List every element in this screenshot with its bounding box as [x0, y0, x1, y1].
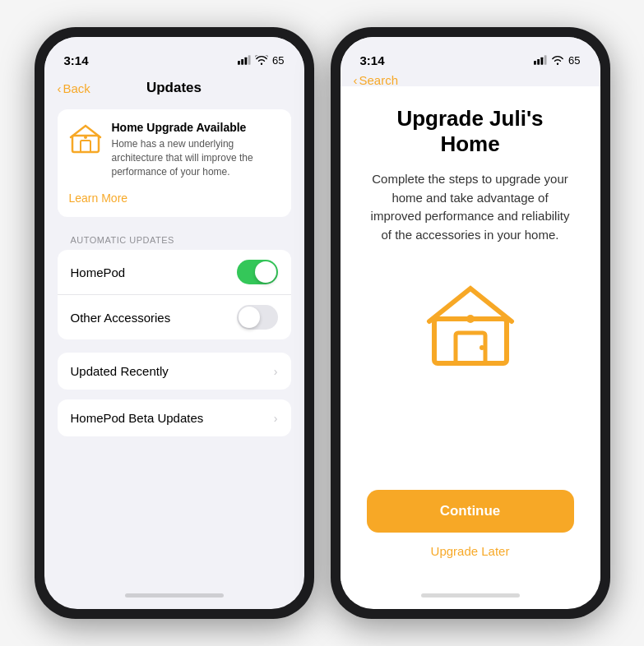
- homepod-beta-label: HomePod Beta Updates: [71, 411, 204, 425]
- svg-rect-5: [81, 141, 90, 152]
- wifi-icon: [255, 55, 268, 65]
- left-status-time: 3:14: [64, 53, 89, 67]
- right-nav-bar: ‹ Search: [341, 73, 600, 86]
- homepod-beta-group: HomePod Beta Updates ›: [58, 399, 291, 436]
- left-nav-bar: ‹ Back Updates: [44, 73, 304, 103]
- chevron-right-icon-1: ›: [274, 365, 278, 378]
- chevron-left-icon: ‹: [58, 81, 62, 95]
- right-phone-screen: 3:14 65 ‹: [341, 37, 600, 609]
- continue-button[interactable]: Continue: [367, 490, 574, 533]
- home-icon-small: [69, 121, 102, 154]
- svg-rect-2: [245, 58, 248, 65]
- signal-icon: [238, 55, 251, 65]
- upgrade-card-title: Home Upgrade Available: [112, 121, 280, 134]
- chevron-right-icon-2: ›: [274, 412, 278, 425]
- svg-rect-7: [534, 61, 536, 65]
- home-bar-indicator: [125, 593, 224, 598]
- svg-rect-8: [537, 59, 540, 65]
- svg-rect-1: [241, 59, 243, 65]
- toggles-group: HomePod Other Accessories: [58, 250, 291, 339]
- home-icon-large: [421, 274, 520, 372]
- svg-rect-9: [541, 58, 544, 65]
- upgrade-title: Upgrade Juli's Home: [367, 106, 574, 157]
- left-status-bar: 3:14 65: [44, 37, 304, 73]
- chevron-left-icon-right: ‹: [354, 73, 358, 87]
- battery-label-right: 65: [568, 54, 580, 67]
- right-phone: 3:14 65 ‹: [331, 27, 610, 619]
- other-accessories-toggle[interactable]: [237, 305, 278, 330]
- other-accessories-label: Other Accessories: [71, 311, 171, 325]
- upgrade-description: Complete the steps to upgrade your home …: [367, 170, 574, 244]
- signal-icon-right: [534, 55, 547, 65]
- home-bar-indicator-right: [421, 593, 520, 598]
- upgrade-content: Upgrade Juli's Home Complete the steps t…: [341, 86, 600, 581]
- homepod-toggle[interactable]: [237, 260, 278, 284]
- nav-title: Updates: [146, 80, 202, 96]
- upgrade-card: Home Upgrade Available Home has a new un…: [58, 109, 291, 217]
- homepod-row: HomePod: [58, 250, 291, 295]
- right-home-bar: [341, 581, 600, 609]
- homepod-beta-row[interactable]: HomePod Beta Updates ›: [58, 399, 291, 436]
- toggle-thumb: [255, 261, 276, 283]
- back-button[interactable]: ‹ Back: [58, 81, 90, 95]
- svg-point-14: [480, 345, 484, 350]
- updated-recently-label: Updated Recently: [71, 364, 169, 378]
- svg-rect-3: [248, 55, 251, 64]
- other-accessories-row: Other Accessories: [58, 295, 291, 339]
- wifi-icon-right: [551, 55, 564, 65]
- learn-more-link[interactable]: Learn More: [69, 191, 128, 205]
- svg-point-6: [84, 136, 87, 139]
- updated-recently-group: Updated Recently ›: [58, 353, 291, 390]
- svg-rect-11: [434, 319, 507, 363]
- svg-rect-10: [544, 55, 547, 64]
- settings-screen-content: Home Upgrade Available Home has a new un…: [44, 103, 304, 581]
- upgrade-card-description: Home has a new underlying architecture t…: [112, 137, 280, 178]
- toggle-thumb-2: [239, 307, 260, 328]
- left-phone-screen: 3:14 65: [44, 37, 304, 609]
- right-status-bar: 3:14 65: [341, 37, 600, 73]
- battery-label: 65: [272, 54, 284, 67]
- left-status-icons: 65: [238, 54, 284, 67]
- left-home-bar: [44, 581, 304, 609]
- homepod-label: HomePod: [71, 265, 126, 279]
- updated-recently-row[interactable]: Updated Recently ›: [58, 353, 291, 390]
- right-status-icons: 65: [534, 54, 580, 67]
- svg-point-13: [466, 315, 475, 323]
- upgrade-later-link[interactable]: Upgrade Later: [367, 544, 574, 558]
- search-back-button[interactable]: ‹ Search: [354, 73, 399, 87]
- upgrade-card-text: Home Upgrade Available Home has a new un…: [112, 121, 280, 178]
- upgrade-actions: Continue Upgrade Later: [367, 490, 574, 565]
- automatic-updates-header: Automatic Updates: [44, 230, 304, 250]
- upgrade-card-header: Home Upgrade Available Home has a new un…: [69, 121, 280, 178]
- left-phone: 3:14 65: [35, 27, 314, 619]
- svg-rect-0: [238, 61, 240, 65]
- right-status-time: 3:14: [360, 53, 385, 67]
